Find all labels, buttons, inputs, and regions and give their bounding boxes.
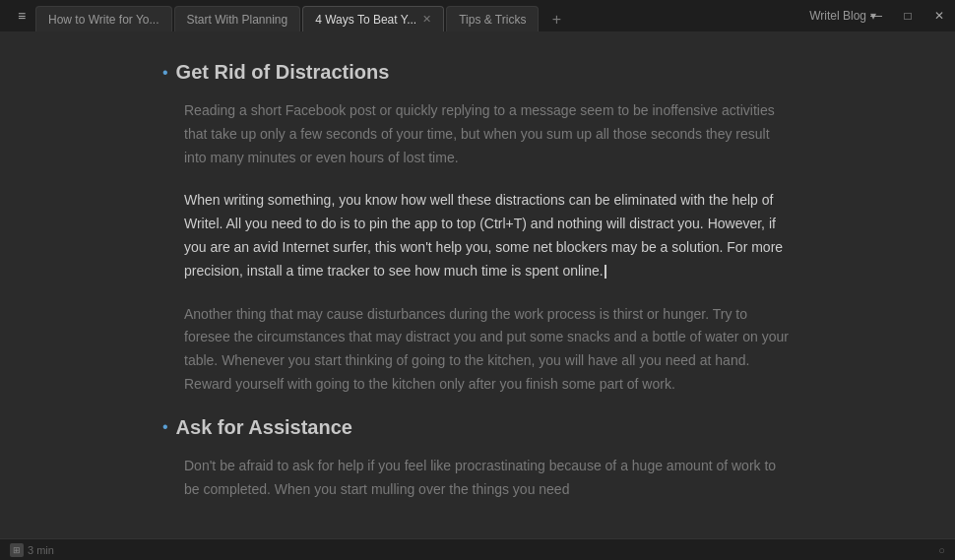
highlighted-text: When writing something, you know how wel… (184, 192, 783, 278)
tab-start-with-planning[interactable]: Start With Planning (174, 6, 301, 31)
section2-para1: Don't be afraid to ask for help if you f… (162, 455, 793, 502)
section2-heading: • Ask for Assistance (162, 416, 793, 439)
maximize-button[interactable]: □ (892, 0, 923, 31)
tab-label: Start With Planning (187, 13, 288, 27)
window-controls: — □ ✕ (860, 0, 955, 31)
section1-title: Get Rid of Distractions (176, 61, 390, 84)
status-left: ⊞ 3 min (10, 543, 54, 557)
tab-close-button[interactable]: ✕ (422, 14, 431, 25)
add-tab-icon: + (552, 11, 561, 29)
tab-label: 4 Ways To Beat Y... (315, 13, 416, 27)
add-tab-button[interactable]: + (544, 8, 568, 31)
section1-heading: • Get Rid of Distractions (162, 61, 793, 84)
section1-bullet: • (162, 64, 168, 82)
read-time: 3 min (28, 544, 54, 556)
content-inner: • Get Rid of Distractions Reading a shor… (143, 61, 812, 501)
main-content: • Get Rid of Distractions Reading a shor… (0, 31, 955, 538)
tab-how-to-write[interactable]: How to Write for Yo... (35, 6, 172, 31)
status-right: ○ (938, 544, 945, 556)
menu-icon: ≡ (18, 8, 26, 24)
menu-button[interactable]: ≡ (8, 2, 35, 30)
tab-label: How to Write for Yo... (48, 13, 159, 27)
section2-bullet: • (162, 418, 168, 436)
close-button[interactable]: ✕ (923, 0, 955, 31)
section2-title: Ask for Assistance (176, 416, 352, 439)
tab-label: Tips & Tricks (459, 13, 526, 27)
tab-tips-tricks[interactable]: Tips & Tricks (446, 6, 539, 31)
section1-para2-highlighted[interactable]: When writing something, you know how wel… (162, 189, 793, 282)
minimize-button[interactable]: — (860, 0, 892, 31)
status-bar: ⊞ 3 min ○ (0, 538, 955, 560)
section1-para3: Another thing that may cause disturbance… (162, 303, 793, 397)
status-doc-icon: ⊞ (10, 543, 24, 557)
section1-para1: Reading a short Facebook post or quickly… (162, 99, 793, 169)
tab-4-ways[interactable]: 4 Ways To Beat Y... ✕ (302, 6, 444, 31)
title-bar: ≡ How to Write for Yo... Start With Plan… (0, 0, 955, 31)
text-cursor (604, 263, 606, 279)
status-circle-icon: ○ (938, 544, 945, 556)
